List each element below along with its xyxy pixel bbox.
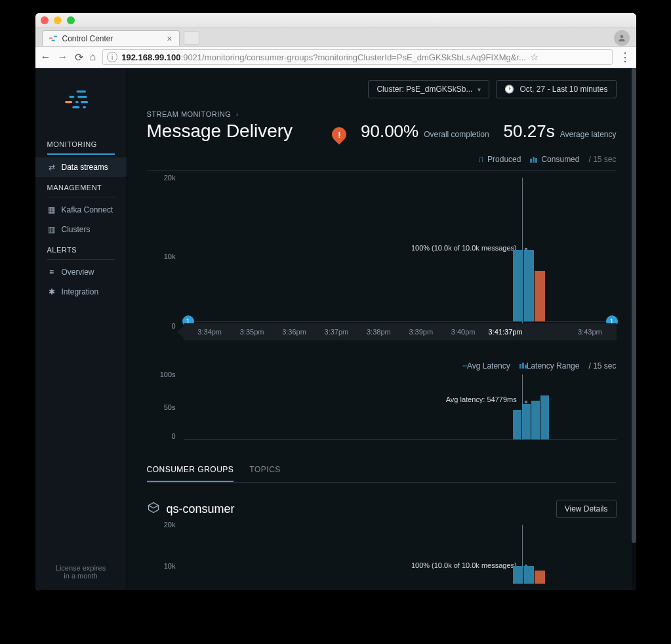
- bar-produced: [513, 566, 523, 584]
- x-tick: 3:34pm: [189, 328, 231, 336]
- browser-tabs-bar: Control Center ×: [35, 28, 636, 47]
- sidebar-item-overview[interactable]: ≡ Overview: [47, 262, 115, 282]
- browser-window: Control Center × ← → ⟳ ⌂ i 192.168.99.10…: [35, 13, 636, 590]
- window-titlebar: [35, 13, 636, 28]
- tooltip-marker-icon: [525, 401, 527, 403]
- x-axis: 3:34pm 3:35pm 3:36pm 3:37pm 3:38pm 3:39p…: [184, 323, 617, 340]
- forward-button[interactable]: →: [58, 51, 68, 63]
- browser-tab[interactable]: Control Center ×: [42, 30, 180, 46]
- consumer-group-icon: [147, 501, 160, 517]
- sidebar-item-kafka-connect[interactable]: ▦ Kafka Connect: [47, 200, 115, 220]
- svg-rect-5: [69, 96, 74, 98]
- legend-avg-latency: ┄Avg Latency: [462, 361, 510, 371]
- bar-produced: [524, 566, 534, 584]
- svg-rect-0: [49, 37, 52, 39]
- scrollbar-thumb[interactable]: [632, 68, 636, 543]
- chart2-plot: Avg latency: 54779ms: [184, 374, 617, 440]
- tab-consumer-groups[interactable]: CONSUMER GROUPS: [147, 458, 234, 482]
- y-tick: 10k: [164, 252, 176, 260]
- bar-consumed: [535, 271, 544, 321]
- consumer-group-row: qs-consumer View Details: [147, 500, 617, 518]
- consumer-chart[interactable]: 20k 10k 100% (10.0k of 10.0k messages): [147, 525, 617, 584]
- reload-button[interactable]: ⟳: [75, 51, 83, 64]
- view-details-button[interactable]: View Details: [556, 500, 617, 518]
- cluster-selector[interactable]: Cluster: PsE_dmGKSkSb... ▾: [368, 80, 489, 98]
- main-panel: Cluster: PsE_dmGKSkSb... ▾ 🕑 Oct, 27 - L…: [127, 68, 636, 590]
- close-traffic-light[interactable]: [41, 16, 49, 24]
- svg-rect-8: [75, 101, 79, 103]
- svg-rect-6: [77, 96, 87, 98]
- svg-rect-2: [51, 39, 54, 41]
- x-tick: 3:37pm: [315, 328, 357, 336]
- close-tab-icon[interactable]: ×: [167, 33, 172, 44]
- x-tick: 3:38pm: [357, 328, 399, 336]
- bar-latency: [522, 404, 531, 439]
- url-field[interactable]: i 192.168.99.100 :9021 /monitoring/consu…: [102, 49, 612, 65]
- bar-consumed: [535, 571, 544, 584]
- y-tick: 100s: [160, 371, 176, 378]
- svg-point-3: [620, 35, 623, 38]
- home-button[interactable]: ⌂: [90, 51, 96, 63]
- alert-icon: !: [329, 124, 349, 144]
- control-center-app: MONITORING ⇄ Data streams MANAGEMENT ▦ K…: [35, 68, 636, 590]
- profile-avatar-icon[interactable]: [614, 30, 630, 46]
- sidebar-item-label: Overview: [62, 268, 94, 277]
- legend-interval: / 15 sec: [588, 361, 616, 371]
- bar-produced: [513, 250, 523, 322]
- sidebar-item-integration[interactable]: ✱ Integration: [47, 282, 115, 302]
- x-tick-current: 3:41:37pm: [484, 328, 526, 336]
- sidebar: MONITORING ⇄ Data streams MANAGEMENT ▦ K…: [35, 68, 127, 590]
- chevron-down-icon: ▾: [478, 86, 481, 93]
- latency-chart[interactable]: 100s 50s 0 Avg latency: 54779ms: [147, 374, 617, 440]
- cluster-label: Cluster: PsE_dmGKSkSb...: [376, 85, 472, 94]
- chart2-legend: ┄Avg Latency Latency Range / 15 sec: [147, 361, 617, 371]
- y-tick: 10k: [164, 562, 176, 570]
- bar-latency: [540, 395, 549, 439]
- y-tick: 50s: [164, 403, 176, 411]
- browser-menu-button[interactable]: ⋮: [619, 50, 631, 64]
- address-bar: ← → ⟳ ⌂ i 192.168.99.100 :9021 /monitori…: [35, 47, 636, 68]
- messages-chart[interactable]: 20k 10k 0 100% (10.0k of 10.0k messages)…: [147, 178, 617, 335]
- license-notice: License expires in a month: [35, 553, 127, 590]
- time-range-label: Oct, 27 - Last 10 minutes: [519, 85, 607, 94]
- back-button[interactable]: ←: [41, 51, 51, 63]
- breadcrumb[interactable]: STREAM MONITORING ›: [147, 110, 617, 118]
- new-tab-button[interactable]: [184, 31, 199, 45]
- latency-value: 50.27s: [504, 121, 555, 142]
- license-line1: License expires: [35, 564, 127, 572]
- x-tick: 3:36pm: [273, 328, 315, 336]
- chevron-right-icon: ›: [236, 110, 239, 118]
- clock-icon: 🕑: [504, 85, 514, 94]
- top-controls: Cluster: PsE_dmGKSkSb... ▾ 🕑 Oct, 27 - L…: [147, 68, 617, 110]
- sidebar-item-data-streams[interactable]: ⇄ Data streams: [35, 157, 127, 177]
- legend-interval: / 15 sec: [588, 155, 616, 164]
- data-streams-icon: ⇄: [47, 163, 56, 172]
- tab-topics[interactable]: TOPICS: [249, 458, 280, 482]
- sidebar-item-label: Integration: [62, 287, 99, 296]
- sidebar-item-clusters[interactable]: ▥ Clusters: [47, 220, 115, 239]
- integration-icon: ✱: [47, 287, 56, 296]
- bookmark-star-icon[interactable]: ☆: [530, 51, 539, 63]
- chart1-tooltip: 100% (10.0k of 10.0k messages): [411, 244, 517, 252]
- breadcrumb-label: STREAM MONITORING: [147, 110, 232, 118]
- zoom-traffic-light[interactable]: [67, 16, 75, 24]
- sidebar-item-label: Data streams: [62, 163, 108, 172]
- url-path: /monitoring/consumer-groups?monitoringCl…: [202, 52, 526, 62]
- stat-latency: 50.27s Average latency: [504, 121, 617, 142]
- y-tick: 0: [171, 432, 175, 440]
- minimize-traffic-light[interactable]: [54, 16, 62, 24]
- scrollbar[interactable]: [632, 68, 636, 590]
- bar-latency: [531, 401, 540, 439]
- x-tick: 3:35pm: [231, 328, 273, 336]
- bar-latency: [513, 410, 521, 439]
- page-title: Message Delivery: [147, 121, 293, 142]
- y-tick: 20k: [164, 521, 176, 529]
- time-range-selector[interactable]: 🕑 Oct, 27 - Last 10 minutes: [496, 80, 616, 98]
- sidebar-section-monitoring: MONITORING: [47, 140, 115, 155]
- x-tick: 3:39pm: [400, 328, 442, 336]
- overview-icon: ≡: [47, 268, 56, 277]
- clusters-icon: ▥: [47, 225, 56, 234]
- url-host: 192.168.99.100: [121, 52, 180, 62]
- sidebar-item-label: Kafka Connect: [62, 205, 113, 214]
- site-info-icon[interactable]: i: [107, 52, 117, 62]
